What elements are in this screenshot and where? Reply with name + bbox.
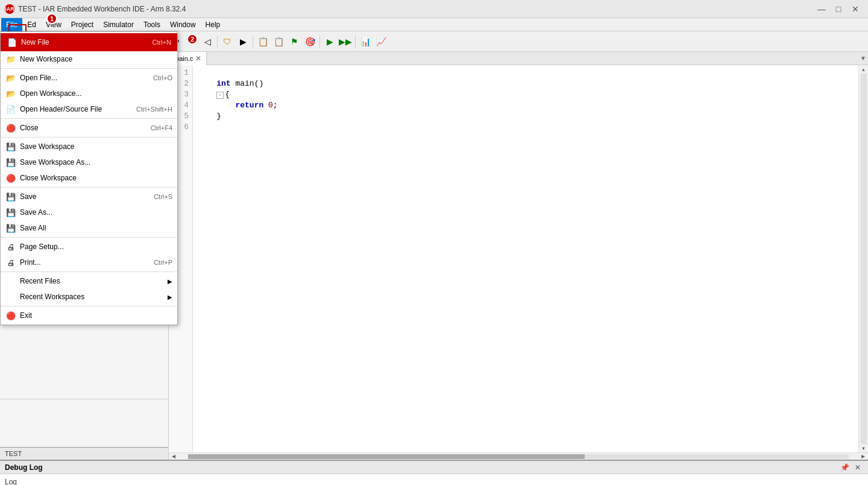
panel-pin-btn[interactable]: 📌 [839, 462, 850, 473]
menu-item-page-setup[interactable]: 🖨 Page Setup... [1, 239, 177, 255]
menu-item-new-file[interactable]: 📄 New File Ctrl+N [1, 33, 177, 51]
editor-horizontal-scrollbar[interactable]: ◀ ▶ [169, 452, 868, 460]
page-setup-label: Page Setup... [20, 242, 160, 251]
menu-edit[interactable]: Ed [22, 18, 41, 31]
sep-2 [1, 118, 177, 119]
toolbar-graph2-btn[interactable]: 📈 [374, 34, 388, 49]
print-label: Print... [20, 258, 142, 267]
menu-item-recent-workspaces[interactable]: Recent Workspaces ▶ [1, 289, 177, 305]
recent-workspaces-icon [5, 291, 16, 302]
sep-7 [1, 306, 177, 306]
menu-simulator[interactable]: Simulator [98, 18, 139, 31]
fold-icon[interactable]: – [216, 92, 224, 99]
print-icon: 🖨 [5, 257, 16, 268]
menu-help[interactable]: Help [201, 18, 225, 31]
code-line-6 [198, 122, 854, 133]
step-badge-2: 2 [187, 34, 198, 45]
open-file-label: Open File... [20, 74, 141, 82]
panel-close-btn[interactable]: ✕ [852, 462, 863, 473]
code-line-1 [198, 68, 854, 78]
close-workspace-icon: 🔴 [5, 173, 16, 183]
open-file-shortcut: Ctrl+O [153, 74, 172, 81]
menu-item-save[interactable]: 💾 Save Ctrl+S [1, 189, 177, 204]
toolbar-sep-4 [217, 36, 218, 48]
save-all-icon: 💾 [5, 223, 16, 233]
tab-close-icon[interactable]: ✕ [195, 54, 201, 63]
vscroll-down[interactable]: ▼ [859, 444, 869, 452]
sep-1 [1, 68, 177, 69]
recent-files-label: Recent Files [20, 277, 163, 285]
menu-item-save-workspace-as[interactable]: 💾 Save Workspace As... [1, 154, 177, 170]
save-all-label: Save All [20, 224, 160, 232]
sep-6 [1, 271, 177, 272]
toolbar-graph-btn[interactable]: 📊 [358, 34, 373, 49]
open-header-shortcut: Ctrl+Shift+H [136, 106, 172, 113]
code-line-5: } [198, 111, 854, 122]
print-shortcut: Ctrl+P [154, 259, 172, 266]
hscroll-right[interactable]: ▶ [858, 453, 868, 460]
menu-item-save-as[interactable]: 💾 Save As... [1, 204, 177, 220]
toolbar-doc-btn[interactable]: 📋 [256, 34, 270, 49]
tab-scroll-right[interactable]: ▼ [858, 52, 868, 65]
toolbar-back-btn[interactable]: ◁ [200, 34, 215, 49]
menu-window[interactable]: Window [165, 18, 201, 31]
code-content[interactable]: int main() –{ return 0; } [193, 65, 858, 452]
recent-files-icon [5, 276, 16, 287]
window-controls: — □ ✕ [814, 3, 863, 15]
toolbar-run-to-btn[interactable]: ▶ [236, 34, 250, 49]
toolbar-target-btn[interactable]: 🎯 [303, 34, 317, 49]
code-line-3: –{ [198, 89, 854, 100]
menu-item-open-workspace[interactable]: 📂 Open Workspace... [1, 86, 177, 101]
menu-project[interactable]: Project [66, 18, 98, 31]
bottom-panel: Debug Log 📌 ✕ Log Sun Aug 29, 2021 14:16… [0, 460, 868, 485]
file-menu: 📄 New File Ctrl+N 📁 New Workspace 📂 Open… [0, 31, 178, 325]
app-icon: IAR [5, 4, 14, 14]
hscroll-thumb [188, 454, 585, 459]
file-menu-overlay: 📄 New File Ctrl+N 📁 New Workspace 📂 Open… [0, 31, 178, 325]
vscroll-up[interactable]: ▲ [859, 65, 869, 74]
save-shortcut: Ctrl+S [154, 193, 172, 200]
save-as-label: Save As... [20, 208, 160, 217]
save-workspace-as-icon: 💾 [5, 157, 16, 168]
menu-tools[interactable]: Tools [139, 18, 165, 31]
bottom-panel-header: Debug Log 📌 ✕ [0, 461, 868, 474]
toolbar-flag-btn[interactable]: ⚑ [287, 34, 301, 49]
menu-item-exit[interactable]: 🔴 Exit [1, 308, 177, 323]
open-file-icon: 📂 [5, 72, 16, 83]
close-label: Close [20, 124, 139, 132]
new-workspace-icon: 📁 [5, 54, 16, 65]
recent-workspaces-arrow: ▶ [168, 294, 172, 300]
exit-label: Exit [20, 311, 160, 320]
maximize-button[interactable]: □ [831, 3, 846, 15]
code-editor: 1 2 3 4 5 6 int main() –{ return 0; } ▲ [169, 65, 868, 452]
menu-item-open-file[interactable]: 📂 Open File... Ctrl+O [1, 70, 177, 86]
minimize-button[interactable]: — [814, 3, 829, 15]
menu-item-open-header[interactable]: 📄 Open Header/Source File Ctrl+Shift+H [1, 101, 177, 117]
menu-file[interactable]: File [1, 18, 22, 31]
close-shortcut: Ctrl+F4 [151, 124, 172, 132]
menu-item-close[interactable]: 🔴 Close Ctrl+F4 [1, 120, 177, 136]
menu-item-print[interactable]: 🖨 Print... Ctrl+P [1, 255, 177, 270]
menu-item-recent-files[interactable]: Recent Files ▶ [1, 273, 177, 289]
panel-actions: 📌 ✕ [839, 462, 863, 473]
menu-item-save-workspace[interactable]: 💾 Save Workspace [1, 139, 177, 154]
toolbar-play-btn[interactable]: ▶ [322, 34, 337, 49]
menu-item-close-workspace[interactable]: 🔴 Close Workspace [1, 170, 177, 186]
menu-item-new-workspace[interactable]: 📁 New Workspace [1, 51, 177, 67]
sep-3 [1, 137, 177, 138]
toolbar-sep-5 [253, 36, 253, 48]
sidebar-bottom [0, 399, 168, 447]
toolbar-shield-btn[interactable]: 🛡 [220, 34, 234, 49]
save-as-icon: 💾 [5, 207, 16, 218]
toolbar-doc2-btn[interactable]: 📋 [271, 34, 286, 49]
save-workspace-as-label: Save Workspace As... [20, 158, 160, 166]
save-icon: 💾 [5, 191, 16, 202]
window-title: TEST - IAR Embedded Workbench IDE - Arm … [18, 5, 814, 13]
menu-item-save-all[interactable]: 💾 Save All [1, 220, 177, 236]
close-icon: 🔴 [5, 122, 16, 133]
hscroll-left[interactable]: ◀ [169, 453, 178, 460]
page-setup-icon: 🖨 [5, 241, 16, 252]
editor-vertical-scrollbar[interactable]: ▲ ▼ [858, 65, 868, 452]
close-window-button[interactable]: ✕ [848, 3, 863, 15]
toolbar-play2-btn[interactable]: ▶▶ [338, 34, 353, 49]
